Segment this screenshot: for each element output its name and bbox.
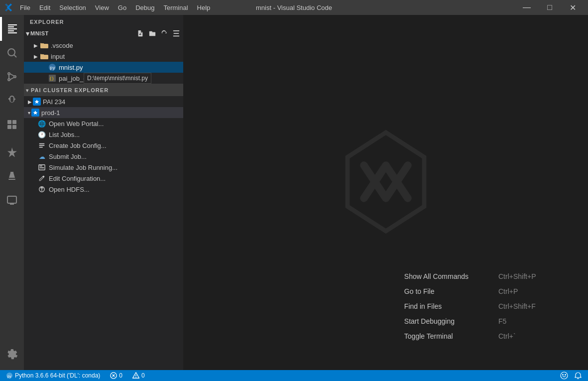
vscode-folder-item[interactable]: ▶ .vscode [24,40,183,51]
activity-settings[interactable] [0,342,24,366]
menu-view[interactable]: View [91,2,113,13]
start-debugging-shortcut: F5 [498,317,548,325]
warning-icon [132,372,139,379]
python-info-item[interactable]: py Python 3.6.6 64-bit ('DL': conda) [4,370,102,381]
list-jobs-item[interactable]: 🕐 List Jobs... [24,129,183,140]
activity-bar [0,15,24,370]
svg-point-26 [135,377,136,378]
svg-rect-18 [40,167,44,168]
activity-source-control[interactable] [0,65,24,89]
file-tree: ▾ MNIST [24,27,183,84]
activity-remote[interactable] [0,188,24,212]
main-area: EXPLORER ▾ MNIST [0,15,588,370]
menu-file[interactable]: File [16,2,34,13]
vscode-arrow: ▶ [32,41,40,49]
bell-icon [574,372,582,380]
go-to-file-shortcut: Ctrl+P [498,287,548,295]
close-button[interactable]: ✕ [561,0,584,15]
mnist-py-item[interactable]: ▶ py mnist.py D:\temp\mnist\mnist.py [24,62,183,73]
mnist-root-header[interactable]: ▾ MNIST [24,27,183,40]
new-file-btn[interactable] [135,28,145,38]
pai234-cluster-icon [33,98,41,106]
open-hdfs-item[interactable]: Open HDFS... [24,184,183,195]
menu-help[interactable]: Help [193,2,215,13]
find-in-files-row: Find in Files Ctrl+Shift+F [404,302,548,310]
submit-job-icon: ☁ [38,152,46,160]
python-icon: py [6,372,13,379]
prod1-item[interactable]: ▾ prod-1 [24,107,183,118]
create-job-config-item[interactable]: Create Job Config... [24,140,183,151]
explorer-header: EXPLORER [24,15,183,27]
window-title: mnist - Visual Studio Code [256,4,332,11]
new-folder-btn[interactable] [147,28,157,38]
pai-json-item[interactable]: ▶ {} pai_job_config.json [24,73,183,84]
start-debugging-label[interactable]: Start Debugging [404,317,455,325]
refresh-btn[interactable] [159,28,169,38]
activity-flask[interactable] [0,164,24,188]
svg-point-0 [8,49,15,56]
svg-line-1 [14,55,17,58]
globe-icon: 🌐 [38,120,46,127]
svg-text:py: py [7,375,11,379]
activity-debug[interactable] [0,89,24,113]
find-in-files-shortcut: Ctrl+Shift+F [498,302,548,310]
simulate-job-item[interactable]: Simulate Job Running... [24,162,183,173]
warning-count-text: 0 [141,372,145,379]
toggle-terminal-shortcut: Ctrl+` [498,332,548,340]
pai-explorer-label: PAI CLUSTER EXPLORER [31,87,109,93]
input-folder-item[interactable]: ▶ input [24,51,183,62]
titlebar-left: File Edit Selection View Go Debug Termin… [4,2,214,13]
open-web-portal-label: Open Web Portal... [49,120,104,127]
collapse-btn[interactable] [171,28,181,38]
error-count-item[interactable]: 0 [108,370,124,381]
svg-point-4 [14,76,16,78]
titlebar: File Edit Selection View Go Debug Termin… [0,0,588,15]
restore-button[interactable]: □ [538,0,561,15]
menu-terminal[interactable]: Terminal [159,2,192,13]
smiley-item[interactable] [558,370,570,381]
pai-header-arrow: ▾ [26,88,29,93]
find-in-files-label[interactable]: Find in Files [404,302,442,310]
editor-area: Show All Commands Ctrl+Shift+P Go to Fil… [183,15,588,370]
toggle-terminal-label[interactable]: Toggle Terminal [404,332,453,340]
activity-explorer[interactable] [0,17,24,41]
warning-count-item[interactable]: 0 [130,370,147,381]
list-jobs-label: List Jobs... [49,131,80,138]
menu-edit[interactable]: Edit [35,2,54,13]
svg-point-28 [563,375,564,376]
hdfs-icon [38,185,46,193]
input-folder-icon [40,52,49,61]
go-to-file-label[interactable]: Go to File [404,287,435,295]
pai234-item[interactable]: ▶ PAI 234 [24,96,183,107]
smiley-icon [560,372,568,380]
tree-actions [135,28,181,38]
svg-rect-6 [12,120,16,124]
activity-pai[interactable] [0,140,24,164]
open-hdfs-label: Open HDFS... [49,186,90,193]
menu-bar: File Edit Selection View Go Debug Termin… [16,2,214,13]
settings-gear-icon[interactable] [0,342,24,366]
start-debugging-row: Start Debugging F5 [404,317,548,325]
submit-job-item[interactable]: ☁ Submit Job... [24,151,183,162]
svg-point-2 [8,73,10,75]
minimize-button[interactable]: — [515,0,538,15]
pai-json-label: pai_job_config.json [59,75,114,82]
statusbar: py Python 3.6.6 64-bit ('DL': conda) 0 0 [0,370,588,381]
svg-rect-7 [7,125,11,129]
window-controls: — □ ✕ [515,0,584,15]
pai-explorer-header[interactable]: ▾ PAI CLUSTER EXPLORER [24,84,183,96]
open-web-portal-item[interactable]: 🌐 Open Web Portal... [24,118,183,129]
vscode-folder-icon [40,41,49,50]
show-commands-shortcut: Ctrl+Shift+P [498,272,548,280]
python-file-icon: py [48,63,57,72]
python-info-text: Python 3.6.6 64-bit ('DL': conda) [15,372,100,379]
activity-extensions[interactable] [0,113,24,136]
menu-debug[interactable]: Debug [131,2,158,13]
bell-item[interactable] [572,370,584,381]
activity-search[interactable] [0,41,24,65]
show-commands-label[interactable]: Show All Commands [404,272,469,280]
prod1-arrow: ▾ [28,110,30,116]
edit-configuration-item[interactable]: Edit Configuration... [24,173,183,184]
menu-go[interactable]: Go [114,2,130,13]
menu-selection[interactable]: Selection [55,2,90,13]
